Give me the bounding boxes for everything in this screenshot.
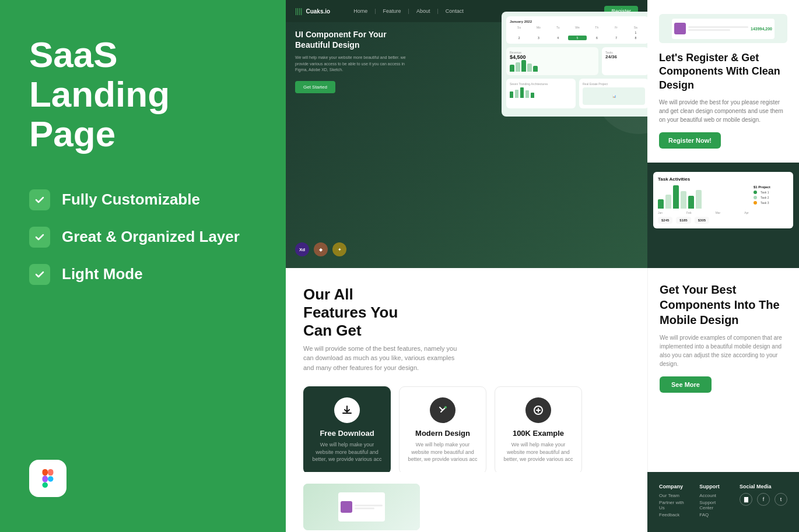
footer-support-title: Support — [699, 484, 728, 489]
brand-name: Cuaks.io — [306, 8, 330, 15]
footer-col-company: Company Our Team Partner with Us Feedbac… — [659, 484, 688, 519]
footer-support-item-2[interactable]: Support Center — [699, 500, 728, 510]
footer-columns: Company Our Team Partner with Us Feedbac… — [659, 484, 787, 519]
svg-rect-0 — [43, 469, 48, 475]
download-icon-circle — [334, 397, 360, 423]
brand-icon: |||| — [295, 7, 302, 15]
task-mockup-title: Task Activities — [658, 177, 789, 182]
bottom-preview — [303, 484, 420, 530]
footer-company-item-3[interactable]: Feedback — [659, 512, 688, 517]
feature-desc-modern: We will help make your website more beau… — [408, 441, 478, 463]
feature-card-download: Free Download We will help make your web… — [303, 386, 391, 474]
feature-list: Fully Customizable Great & Organized Lay… — [29, 189, 257, 285]
feature-label-organized: Great & Organized Layer — [62, 228, 240, 246]
footer-company-item-1[interactable]: Our Team — [659, 493, 688, 498]
top-row: |||| Cuaks.io Home | Feature | About | C… — [286, 0, 799, 268]
tool-xd: Xd — [295, 242, 309, 256]
feature-card-modern: Modern Design We will help make your web… — [399, 386, 486, 474]
left-panel: SaaSLandingPage Fully Customizable Great… — [0, 0, 286, 532]
svg-point-5 — [444, 406, 447, 408]
instagram-icon[interactable]: ▇ — [740, 493, 752, 506]
check-icon-organized — [29, 227, 50, 248]
preview-section: |||| Cuaks.io Home | Feature | About | C… — [286, 0, 647, 268]
features-desc: We will provide some of the best feature… — [303, 344, 467, 373]
dashboard-mockup: January 2022 SuMoTuWeThFrSa 1 2345678 Re… — [502, 12, 647, 117]
twitter-icon[interactable]: t — [775, 493, 787, 506]
tool-sketch: ✦ — [332, 242, 346, 256]
feature-label-customizable: Fully Customizable — [62, 191, 200, 209]
footer-company-title: Company — [659, 484, 688, 489]
bottom-row: Let's Register & Get Components With Cle… — [286, 472, 799, 532]
modern-icon-circle — [430, 397, 455, 423]
register-now-btn[interactable]: Register Now! — [659, 132, 721, 149]
feature-item-light: Light Mode — [29, 264, 257, 285]
features-title: Our All Features You Can Get — [303, 286, 420, 340]
feature-cards: Free Download We will help make your web… — [303, 386, 630, 474]
mobile-desc: We will provide examples of componen tha… — [660, 333, 787, 368]
feature-name-examples: 100K Example — [513, 429, 564, 438]
footer-support-item-3[interactable]: FAQ — [699, 512, 728, 517]
footer-support-item-1[interactable]: Account — [699, 493, 728, 498]
feature-item-customizable: Fully Customizable — [29, 189, 257, 210]
middle-row: Our All Features You Can Get We will pro… — [286, 268, 799, 472]
footer-section: Company Our Team Partner with Us Feedbac… — [647, 472, 799, 532]
nav-brand: |||| Cuaks.io — [295, 7, 330, 15]
bottom-left: Let's Register & Get Components With Cle… — [286, 472, 647, 532]
top-preview-strip: 143994,200 — [659, 14, 787, 43]
check-icon-customizable — [29, 189, 50, 210]
nav-home: Home — [353, 8, 367, 14]
tool-figma: ◆ — [314, 242, 328, 256]
svg-rect-2 — [43, 482, 48, 488]
right-card-register: 143994,200 Let's Register & Get Componen… — [647, 0, 799, 163]
footer-col-social: Social Media ▇ f t — [740, 484, 787, 519]
footer-col-support: Support Account Support Center FAQ — [699, 484, 728, 519]
tool-icons: Xd ◆ ✦ — [295, 242, 346, 256]
hero-title: UI Component For Your Beautiful Design — [295, 29, 412, 50]
see-more-btn[interactable]: See More — [660, 376, 712, 393]
svg-rect-1 — [43, 475, 48, 482]
hero-desc: We will help make your website more beau… — [295, 55, 412, 73]
feature-desc-examples: We will help make your website more beau… — [503, 441, 573, 463]
register-card-title: Let's Register & Get Components With Cle… — [659, 51, 787, 92]
right-panel: |||| Cuaks.io Home | Feature | About | C… — [286, 0, 799, 532]
mobile-title: Get Your Best Components Into The Mobile… — [660, 282, 787, 327]
task-mockup: Task Activities — [653, 172, 793, 228]
nav-feature: Feature — [383, 8, 401, 14]
feature-name-download: Free Download — [320, 429, 374, 438]
figma-badge — [29, 460, 66, 497]
social-icons: ▇ f t — [740, 493, 787, 506]
feature-desc-download: We will help make your website more beau… — [312, 441, 382, 463]
feature-label-light: Light Mode — [62, 265, 143, 283]
features-section: Our All Features You Can Get We will pro… — [286, 268, 647, 472]
preview-hero: UI Component For Your Beautiful Design W… — [295, 29, 412, 93]
nav-contact: Contact — [446, 8, 464, 14]
check-icon-light — [29, 264, 50, 285]
right-card-task: Task Activities — [647, 163, 799, 268]
svg-point-4 — [48, 476, 53, 481]
nav-about: About — [416, 8, 430, 14]
footer-company-item-2[interactable]: Partner with Us — [659, 500, 688, 510]
bottom-preview-img — [303, 484, 420, 530]
nav-links: Home | Feature | About | Contact — [353, 8, 464, 14]
footer-social-title: Social Media — [740, 484, 787, 489]
feature-name-modern: Modern Design — [415, 429, 470, 438]
right-cards: 143994,200 Let's Register & Get Componen… — [647, 0, 799, 268]
svg-rect-3 — [48, 469, 53, 475]
hero-cta-btn[interactable]: Get Started — [295, 81, 335, 93]
mobile-section: Get Your Best Components Into The Mobile… — [647, 268, 799, 472]
register-card-desc: We will provide the best for you please … — [659, 98, 787, 124]
main-title: SaaSLandingPage — [29, 35, 257, 154]
facebook-icon[interactable]: f — [757, 493, 770, 506]
feature-card-examples: 100K Example We will help make your webs… — [495, 386, 582, 474]
feature-item-organized: Great & Organized Layer — [29, 227, 257, 248]
examples-icon-circle — [525, 397, 551, 423]
